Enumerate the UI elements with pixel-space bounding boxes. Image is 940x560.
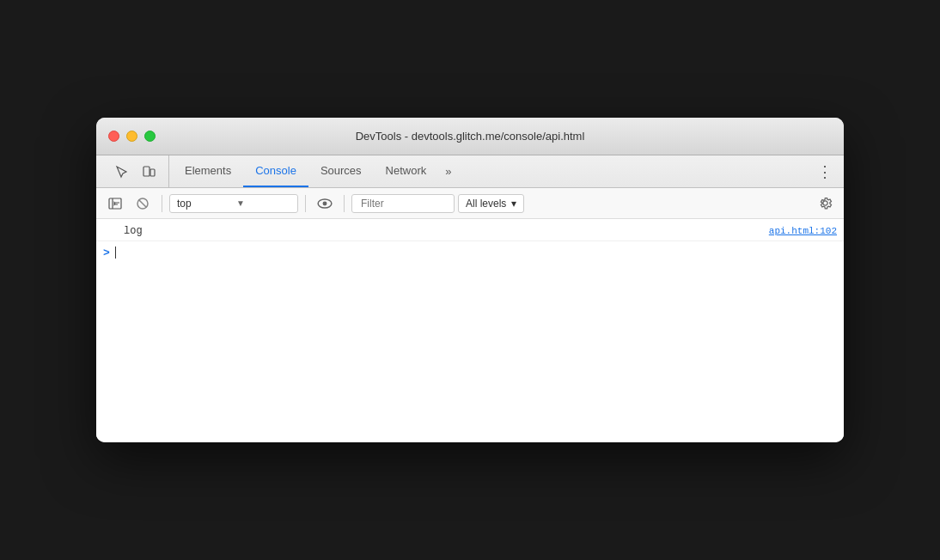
- svg-line-8: [139, 199, 147, 207]
- execution-context-selector[interactable]: top ▼: [169, 194, 298, 213]
- tab-elements-label: Elements: [185, 164, 231, 177]
- tab-network-label: Network: [386, 164, 427, 177]
- show-sidebar-button[interactable]: [103, 192, 127, 216]
- cursor-icon: [115, 165, 129, 179]
- tab-console-label: Console: [255, 164, 296, 177]
- toolbar-divider-3: [344, 195, 345, 212]
- devtools-menu-button[interactable]: ⋮: [813, 160, 837, 184]
- svg-rect-0: [143, 167, 150, 176]
- console-cursor[interactable]: [115, 247, 116, 259]
- sidebar-icon: [108, 197, 122, 210]
- window-title: DevTools - devtools.glitch.me/console/ap…: [356, 130, 585, 143]
- tab-elements[interactable]: Elements: [173, 155, 243, 187]
- devtools-window: DevTools - devtools.glitch.me/console/ap…: [96, 118, 844, 442]
- toolbar-divider-2: [305, 195, 306, 212]
- console-settings-button[interactable]: [813, 192, 837, 216]
- tab-icon-group: [103, 155, 169, 187]
- titlebar: DevTools - devtools.glitch.me/console/ap…: [96, 118, 844, 155]
- close-button[interactable]: [108, 131, 119, 142]
- tabs-bar: Elements Console Sources Network » ⋮: [96, 155, 844, 188]
- log-source-link[interactable]: api.html:102: [769, 226, 837, 236]
- log-entry: log api.html:102: [96, 222, 844, 241]
- ban-icon: [136, 197, 150, 210]
- traffic-lights: [108, 131, 156, 142]
- menu-dots-icon: ⋮: [817, 162, 833, 181]
- eye-icon: [317, 196, 333, 211]
- context-dropdown-arrow: ▼: [236, 198, 290, 208]
- context-value: top: [177, 198, 231, 210]
- tab-network[interactable]: Network: [374, 155, 439, 187]
- tab-spacer: [459, 155, 809, 187]
- svg-marker-6: [114, 201, 116, 206]
- more-tabs-button[interactable]: »: [438, 155, 458, 187]
- maximize-button[interactable]: [144, 131, 156, 142]
- level-arrow: ▾: [511, 198, 516, 210]
- clear-console-button[interactable]: [131, 192, 155, 216]
- console-output: log api.html:102 >: [96, 219, 844, 442]
- more-tabs-icon: »: [445, 165, 451, 178]
- console-prompt[interactable]: >: [103, 247, 110, 259]
- console-toolbar: top ▼ All levels ▾: [96, 188, 844, 219]
- console-input-row: >: [96, 241, 844, 264]
- minimize-button[interactable]: [126, 131, 137, 142]
- console-filter-input[interactable]: [351, 194, 455, 213]
- svg-rect-1: [150, 169, 155, 176]
- device-toolbar-button[interactable]: [137, 160, 162, 184]
- device-icon: [143, 165, 156, 179]
- tab-console[interactable]: Console: [243, 155, 308, 187]
- log-message: log: [124, 225, 769, 237]
- svg-point-10: [323, 201, 327, 205]
- level-label: All levels: [466, 198, 506, 210]
- gear-icon: [818, 196, 833, 210]
- tab-sources-label: Sources: [320, 164, 362, 177]
- toolbar-divider-1: [162, 195, 162, 212]
- tab-sources[interactable]: Sources: [308, 155, 374, 187]
- inspect-element-button[interactable]: [110, 160, 134, 184]
- live-expression-button[interactable]: [313, 192, 337, 216]
- log-level-selector[interactable]: All levels ▾: [458, 194, 524, 213]
